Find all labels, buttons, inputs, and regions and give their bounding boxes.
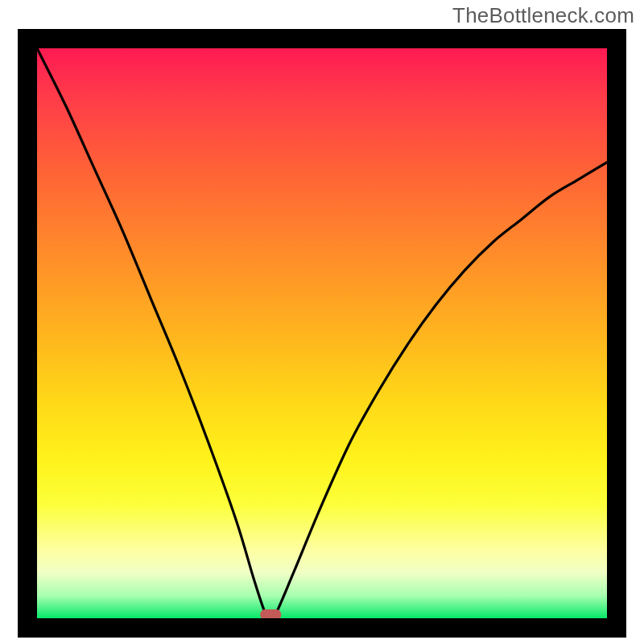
bottleneck-curve: [37, 48, 607, 618]
optimum-marker: [260, 609, 281, 618]
chart-frame: [18, 29, 626, 638]
curve-layer: [37, 48, 607, 618]
chart-wrapper: TheBottleneck.com: [0, 0, 644, 644]
plot-area: [37, 48, 607, 618]
watermark-text: TheBottleneck.com: [452, 3, 634, 28]
